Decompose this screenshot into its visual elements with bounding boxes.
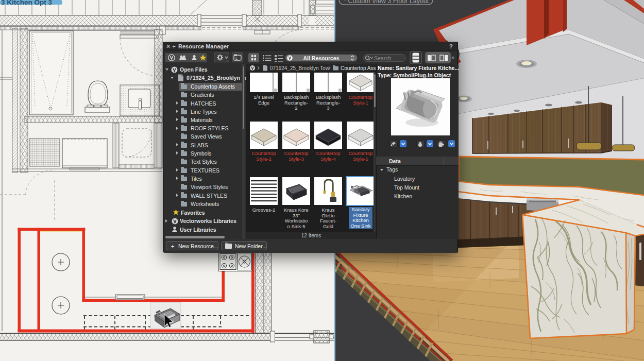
svg-text:L: L bbox=[235, 56, 238, 61]
svg-text:3 Kitchen Opt 3: 3 Kitchen Opt 3 bbox=[1, 0, 53, 6]
svg-text:° Custom View 3 Floor Layout: ° Custom View 3 Floor Layout bbox=[344, 0, 429, 5]
